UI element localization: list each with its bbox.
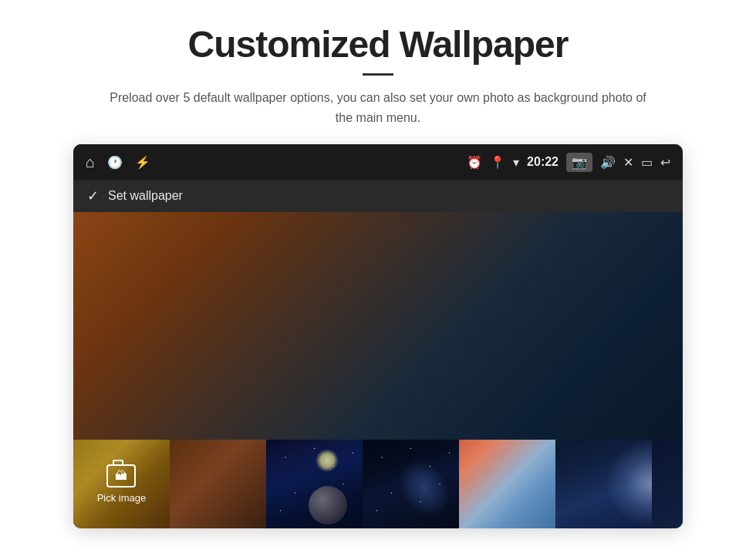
thumbnail-space1[interactable] xyxy=(266,440,363,528)
page-title: Customized Wallpaper xyxy=(188,23,569,66)
planet-shape xyxy=(309,486,347,525)
thumbnail-warm[interactable] xyxy=(170,440,266,528)
location-icon: 📍 xyxy=(490,155,505,170)
pick-image-icon: 🏔 xyxy=(106,464,136,487)
set-wallpaper-label: Set wallpaper xyxy=(108,189,183,203)
wifi-icon: ▾ xyxy=(513,155,519,170)
thumbnail-blue[interactable] xyxy=(555,440,652,528)
subtitle: Preload over 5 default wallpaper options… xyxy=(108,88,648,127)
device-frame: ⌂ 🕐 ⚡ ⏰ 📍 ▾ 20:22 📷 🔊 ✕ ▭ ↩ ✓ Set wallp xyxy=(73,144,683,528)
close-icon[interactable]: ✕ xyxy=(623,155,633,170)
thumbnail-dark[interactable] xyxy=(652,440,683,528)
thumbnail-strip: 🏔 Pick image xyxy=(73,440,683,528)
wallpaper-bar: ✓ Set wallpaper xyxy=(73,180,683,212)
camera-button[interactable]: 📷 xyxy=(566,153,592,172)
thumbnail-wave[interactable] xyxy=(459,440,555,528)
title-divider xyxy=(363,73,393,76)
pick-image-label: 🏔 Pick image xyxy=(97,464,147,504)
camera-icon: 📷 xyxy=(572,155,587,170)
thumbnail-pick-image[interactable]: 🏔 Pick image xyxy=(73,440,170,528)
check-icon: ✓ xyxy=(87,187,99,204)
thumbnail-space2[interactable] xyxy=(363,440,459,528)
wallpaper-preview xyxy=(73,212,683,440)
home-icon[interactable]: ⌂ xyxy=(86,153,95,171)
pick-image-text: Pick image xyxy=(97,492,147,504)
volume-icon[interactable]: 🔊 xyxy=(600,155,616,170)
status-bar-left: ⌂ 🕐 ⚡ xyxy=(86,153,150,171)
clock-icon: 🕐 xyxy=(107,155,123,170)
status-bar: ⌂ 🕐 ⚡ ⏰ 📍 ▾ 20:22 📷 🔊 ✕ ▭ ↩ xyxy=(73,144,683,180)
usb-icon: ⚡ xyxy=(135,155,150,170)
status-bar-right: ⏰ 📍 ▾ 20:22 📷 🔊 ✕ ▭ ↩ xyxy=(467,153,670,172)
page-wrapper: Customized Wallpaper Preload over 5 defa… xyxy=(0,0,756,560)
alarm-icon: ⏰ xyxy=(467,155,482,170)
window-icon[interactable]: ▭ xyxy=(641,155,653,170)
stars-overlay-2 xyxy=(363,440,459,528)
back-icon[interactable]: ↩ xyxy=(660,155,670,170)
status-time: 20:22 xyxy=(527,155,559,169)
